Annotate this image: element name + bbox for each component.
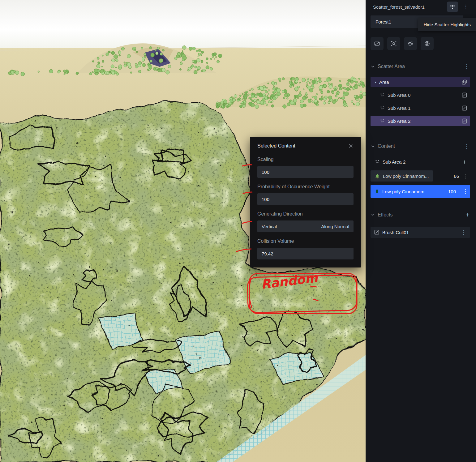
scaling-input[interactable]: [257, 166, 354, 178]
content-item-count: 100: [448, 189, 456, 194]
content-item-count: 66: [454, 173, 459, 179]
generating-direction-segment: Vertical Along Normal: [257, 220, 354, 232]
sub-area-label: Sub Area 1: [388, 105, 410, 111]
panel-more-menu-icon[interactable]: ⋮: [462, 4, 469, 10]
wind-icon: [407, 41, 414, 47]
tooltip-hide-scatter-highlights: Hide Scatter Highlights: [418, 18, 476, 31]
falloff-tool-button[interactable]: [421, 37, 434, 50]
scatter-icon: [380, 93, 385, 97]
collision-volume-input[interactable]: [257, 248, 354, 259]
sub-area-label: Sub Area 0: [388, 92, 410, 98]
scatter-highlights-icon: [450, 4, 455, 9]
chevron-down-icon: [371, 145, 375, 148]
concentric-rings-icon: [424, 41, 430, 47]
content-group-label: Sub Area 2: [383, 159, 405, 165]
sub-area-row-2[interactable]: Sub Area 2: [371, 116, 470, 126]
chevron-down-icon: [371, 214, 375, 216]
probability-label: Probability of Occurrence Weight: [257, 184, 354, 190]
item-more-menu-icon[interactable]: ⋮: [462, 173, 469, 179]
area-row[interactable]: ▾ Area: [371, 77, 470, 87]
collision-volume-label: Collision Volume: [257, 238, 354, 244]
content-section-label: Content: [378, 143, 395, 149]
item-more-menu-icon[interactable]: ⋮: [462, 189, 469, 194]
selected-content-dialog: Selected Content Scaling Probability of …: [250, 137, 361, 267]
preset-tab-label: Forest1: [375, 19, 391, 24]
area-label: Area: [379, 79, 389, 85]
focus-tool-button[interactable]: [387, 37, 400, 50]
dialog-title: Selected Content: [257, 143, 295, 149]
sub-area-row-0[interactable]: Sub Area 0: [371, 90, 470, 100]
focus-icon: [391, 41, 397, 47]
viewport-toolbar: [371, 37, 476, 50]
direction-vertical-option[interactable]: Vertical: [262, 224, 277, 229]
chevron-down-icon: [371, 66, 375, 68]
scatter-icon: [375, 160, 380, 164]
add-effect-icon[interactable]: +: [465, 212, 470, 218]
effects-section-label: Effects: [378, 212, 393, 218]
content-item-row-1[interactable]: Low poly Cinnamom... 100 ⋮: [371, 185, 470, 198]
effects-section-header[interactable]: Effects +: [371, 212, 470, 218]
panel-header: Scatter_forest_salvador1 ⋮: [366, 0, 476, 14]
effect-row-brush-cull[interactable]: Brush Cull01 ⋮: [371, 227, 470, 238]
slash-square-icon[interactable]: [462, 92, 467, 98]
effect-label: Brush Cull01: [382, 230, 409, 235]
content-item-label: Low poly Cinnamom...: [382, 189, 428, 194]
generating-direction-label: Generating Direction: [257, 211, 354, 217]
content-group-row[interactable]: Sub Area 2 +: [371, 156, 470, 167]
wind-tool-button[interactable]: [404, 37, 417, 50]
layers-icon[interactable]: [462, 79, 467, 85]
probability-input[interactable]: [257, 193, 354, 205]
effect-more-menu-icon[interactable]: ⋮: [460, 229, 467, 235]
content-more-menu-icon[interactable]: ⋮: [463, 143, 470, 149]
scatter-area-section-label: Scatter Area: [378, 64, 405, 69]
content-section-header[interactable]: Content ⋮: [371, 143, 470, 149]
content-item-row-0[interactable]: Low poly Cinnamom... 66 ⋮: [371, 169, 470, 182]
panel-title: Scatter_forest_salvador1: [373, 4, 443, 10]
tooltip-text: Hide Scatter Highlights: [423, 22, 471, 27]
close-icon[interactable]: [348, 143, 354, 149]
direction-along-normal-option[interactable]: Along Normal: [321, 224, 349, 229]
dialog-body: Scaling Probability of Occurrence Weight…: [250, 152, 361, 267]
content-item-chip[interactable]: Low poly Cinnamom...: [371, 170, 433, 182]
scatter-panel: Scatter_forest_salvador1 ⋮ Forest1: [366, 0, 476, 462]
brush-mask-icon: [374, 230, 379, 235]
scatter-area-section-header[interactable]: Scatter Area ⋮: [371, 64, 470, 69]
scatter-area-more-menu-icon[interactable]: ⋮: [463, 64, 470, 69]
add-content-icon[interactable]: +: [462, 159, 467, 165]
content-item-label: Low poly Cinnamom...: [383, 173, 429, 179]
scatter-icon: [380, 106, 385, 110]
leaf-icon: [375, 189, 379, 194]
slash-square-icon[interactable]: [462, 105, 467, 111]
toggle-scatter-highlights-button[interactable]: [447, 2, 458, 12]
sub-area-label: Sub Area 2: [388, 118, 410, 124]
slash-square-icon[interactable]: [462, 118, 467, 124]
scatter-icon: [380, 119, 385, 123]
dialog-header: Selected Content: [250, 137, 361, 152]
mask-tool-button[interactable]: [371, 37, 384, 50]
tree-icon: [375, 173, 380, 178]
mask-icon: [374, 41, 380, 47]
sub-area-row-1[interactable]: Sub Area 1: [371, 103, 470, 113]
expand-triangle-icon[interactable]: ▾: [375, 80, 376, 84]
scaling-label: Scaling: [257, 157, 354, 162]
